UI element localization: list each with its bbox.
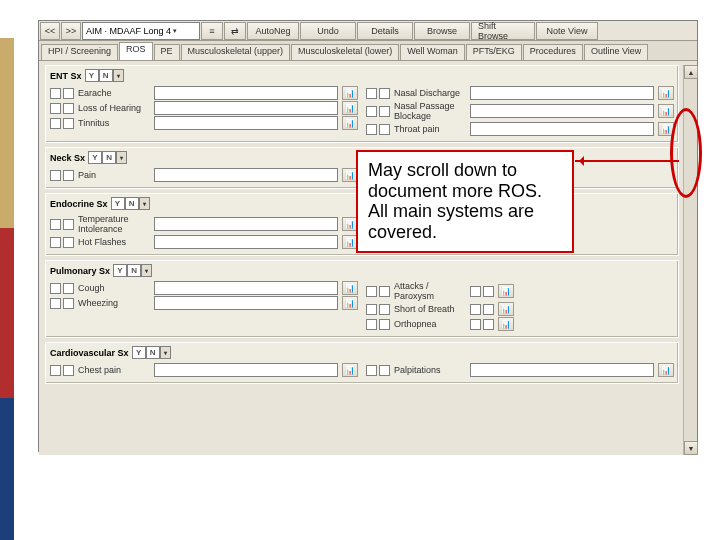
yn-header[interactable]: Y N ▾ xyxy=(113,264,152,277)
tab-pft-ekg[interactable]: PFTs/EKG xyxy=(466,44,522,60)
main-panel: ENT Sx Y N ▾ Earache📊Loss of Hearing📊Tin… xyxy=(39,65,697,455)
yn-checkbox-pair[interactable] xyxy=(50,170,74,181)
symptom-row: Palpitations📊 xyxy=(366,363,674,377)
symptom-input[interactable] xyxy=(154,86,338,100)
chevron-down-icon: ▾ xyxy=(173,27,177,35)
section-cardio: Cardiovascular Sx Y N ▾ Chest pain📊Palpi… xyxy=(45,342,679,384)
symptom-row: Chest pain📊 xyxy=(50,363,358,377)
scroll-up-icon[interactable]: ▲ xyxy=(684,65,698,79)
tab-msk-lower[interactable]: Musculoskeletal (lower) xyxy=(291,44,399,60)
symptom-row: Temperature Intolerance📊 xyxy=(50,214,358,234)
details-icon[interactable]: 📊 xyxy=(658,104,674,118)
browse-button[interactable]: Browse xyxy=(414,22,470,40)
details-icon[interactable]: 📊 xyxy=(498,302,514,316)
details-icon[interactable]: 📊 xyxy=(342,116,358,130)
symptom-input[interactable] xyxy=(154,116,338,130)
yn-checkbox-pair[interactable] xyxy=(50,237,74,248)
details-icon[interactable]: 📊 xyxy=(658,363,674,377)
yn-checkbox-pair[interactable] xyxy=(366,286,390,297)
symptom-input[interactable] xyxy=(470,86,654,100)
symptom-input[interactable] xyxy=(154,281,338,295)
yn-checkbox-pair[interactable] xyxy=(50,365,74,376)
section-ent: ENT Sx Y N ▾ Earache📊Loss of Hearing📊Tin… xyxy=(45,65,679,143)
symptom-label: Nasal Discharge xyxy=(394,88,466,98)
note-view-button[interactable]: Note View xyxy=(536,22,598,40)
details-icon[interactable]: 📊 xyxy=(342,101,358,115)
details-icon[interactable]: 📊 xyxy=(498,317,514,331)
symptom-row: Nasal Discharge📊 xyxy=(366,86,674,100)
symptom-label: Chest pain xyxy=(78,365,150,375)
symptom-input[interactable] xyxy=(154,363,338,377)
shift-browse-button[interactable]: Shift Browse xyxy=(471,22,535,40)
scroll-down-icon[interactable]: ▼ xyxy=(684,441,698,455)
toolbar-icon-2[interactable]: ⇄ xyxy=(224,22,246,40)
yn-header[interactable]: Y N ▾ xyxy=(132,346,171,359)
details-icon[interactable]: 📊 xyxy=(658,86,674,100)
symptom-row: Wheezing📊 xyxy=(50,296,358,310)
symptom-row: Pain📊 xyxy=(50,168,358,182)
symptom-label: Loss of Hearing xyxy=(78,103,150,113)
yn-checkbox-pair[interactable] xyxy=(50,298,74,309)
symptom-label: Wheezing xyxy=(78,298,150,308)
tab-pe[interactable]: PE xyxy=(154,44,180,60)
details-button[interactable]: Details xyxy=(357,22,413,40)
prev-button[interactable]: << xyxy=(40,22,60,40)
yn-header[interactable]: Y N ▾ xyxy=(88,151,127,164)
details-icon[interactable]: 📊 xyxy=(498,284,514,298)
symptom-input[interactable] xyxy=(154,296,338,310)
symptom-label: Tinnitus xyxy=(78,118,150,128)
yn-checkbox-pair[interactable] xyxy=(470,304,494,315)
yn-checkbox-pair[interactable] xyxy=(50,88,74,99)
yn-checkbox-pair[interactable] xyxy=(50,118,74,129)
tab-ros[interactable]: ROS xyxy=(119,42,153,60)
annotation-callout: May scroll down to document more ROS. Al… xyxy=(356,150,574,253)
yn-checkbox-pair[interactable] xyxy=(50,103,74,114)
yn-header[interactable]: Y N ▾ xyxy=(85,69,124,82)
yn-checkbox-pair[interactable] xyxy=(366,365,390,376)
yn-checkbox-pair[interactable] xyxy=(366,88,390,99)
symptom-input[interactable] xyxy=(154,101,338,115)
yn-checkbox-pair[interactable] xyxy=(366,106,390,117)
section-title: Endocrine Sx xyxy=(50,199,108,209)
yn-checkbox-pair[interactable] xyxy=(366,319,390,330)
yn-checkbox-pair[interactable] xyxy=(470,319,494,330)
details-icon[interactable]: 📊 xyxy=(342,86,358,100)
symptom-input[interactable] xyxy=(154,235,338,249)
symptom-label: Palpitations xyxy=(394,365,466,375)
tab-strip: HPI / Screening ROS PE Musculoskeletal (… xyxy=(39,41,697,61)
autoneg-button[interactable]: AutoNeg xyxy=(247,22,299,40)
symptom-input[interactable] xyxy=(154,168,338,182)
toolbar-icon-1[interactable]: ≡ xyxy=(201,22,223,40)
symptom-input[interactable] xyxy=(470,104,654,118)
symptom-row: Nasal Passage Blockage📊 xyxy=(366,101,674,121)
yn-checkbox-pair[interactable] xyxy=(366,124,390,135)
section-pulmonary: Pulmonary Sx Y N ▾ Cough📊Wheezing📊Attack… xyxy=(45,260,679,338)
yn-checkbox-pair[interactable] xyxy=(470,286,494,297)
symptom-label: Earache xyxy=(78,88,150,98)
symptom-label: Temperature Intolerance xyxy=(78,214,150,234)
yn-checkbox-pair[interactable] xyxy=(50,283,74,294)
yn-checkbox-pair[interactable] xyxy=(50,219,74,230)
tab-well-woman[interactable]: Well Woman xyxy=(400,44,465,60)
template-select[interactable]: AIM · MDAAF Long 4 ▾ xyxy=(82,22,200,40)
tab-outline[interactable]: Outline View xyxy=(584,44,648,60)
tab-hpi[interactable]: HPI / Screening xyxy=(41,44,118,60)
symptom-row: Loss of Hearing📊 xyxy=(50,101,358,115)
symptom-input[interactable] xyxy=(470,122,654,136)
yn-header[interactable]: Y N ▾ xyxy=(111,197,150,210)
symptom-label: Throat pain xyxy=(394,124,466,134)
section-title: Pulmonary Sx xyxy=(50,266,110,276)
yn-checkbox-pair[interactable] xyxy=(366,304,390,315)
symptom-input[interactable] xyxy=(154,217,338,231)
tab-msk-upper[interactable]: Musculoskeletal (upper) xyxy=(181,44,291,60)
tab-procedures[interactable]: Procedures xyxy=(523,44,583,60)
details-icon[interactable]: 📊 xyxy=(342,296,358,310)
symptom-label: Hot Flashes xyxy=(78,237,150,247)
symptom-label: Pain xyxy=(78,170,150,180)
details-icon[interactable]: 📊 xyxy=(342,363,358,377)
details-icon[interactable]: 📊 xyxy=(342,281,358,295)
symptom-row: Short of Breath📊 xyxy=(366,302,674,316)
symptom-input[interactable] xyxy=(470,363,654,377)
next-button[interactable]: >> xyxy=(61,22,81,40)
undo-button[interactable]: Undo xyxy=(300,22,356,40)
